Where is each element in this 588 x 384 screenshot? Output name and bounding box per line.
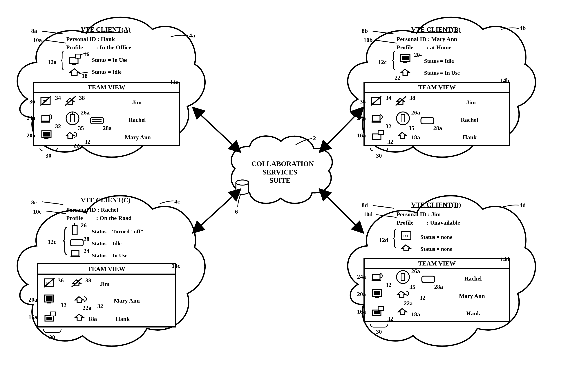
tv-b-row2-name: Rachel xyxy=(461,117,478,123)
ref-38-a: 38 xyxy=(79,95,85,101)
ubrace-c xyxy=(43,329,62,333)
svg-rect-16 xyxy=(71,115,74,122)
c-id: Personal ID : Rachel xyxy=(66,206,118,213)
icon-cellphone-circled xyxy=(65,111,80,126)
svg-rect-51 xyxy=(50,312,56,316)
icon-deskphone-d1 xyxy=(396,289,412,301)
icon-pager-c xyxy=(69,238,85,248)
svg-rect-58 xyxy=(422,276,435,283)
svg-rect-26 xyxy=(403,62,407,63)
ref-8b: 8b xyxy=(362,27,368,34)
icon-laptop-c xyxy=(70,249,84,261)
svg-rect-18 xyxy=(90,117,103,124)
icon-cell-circ-b xyxy=(396,111,410,126)
d-profile: Profile : Unavailable xyxy=(397,219,460,226)
svg-rect-35 xyxy=(373,134,381,140)
ref-18a-b: 18a xyxy=(411,134,420,141)
ref-4a: 4a xyxy=(189,32,195,39)
tv-a-row3-name: Mary Ann xyxy=(125,134,151,141)
tv-d-header: TEAM VIEW xyxy=(365,259,509,269)
svg-rect-37 xyxy=(73,226,77,235)
ref-30-c: 30 xyxy=(49,334,55,341)
tv-a-header: TEAM VIEW xyxy=(34,83,179,93)
ref-12c-b: 12c xyxy=(378,59,387,65)
icon-txt-crossed-c: txt xyxy=(43,277,56,289)
teamview-b: TEAM VIEW xyxy=(363,82,510,146)
ref-10b: 10b xyxy=(363,37,373,43)
icon-deskphone-c2 xyxy=(73,312,88,323)
svg-rect-30 xyxy=(372,116,380,121)
svg-rect-50 xyxy=(46,317,52,320)
d-dev2-status: Status = none xyxy=(420,246,452,252)
ref-18a-c: 18a xyxy=(88,316,97,322)
ref-22a-a: 22a xyxy=(73,142,82,149)
ubrace-d xyxy=(370,324,388,327)
tv-c-row1-name: Jim xyxy=(100,281,110,287)
ref-32-d2: 32 xyxy=(420,294,425,301)
icon-laptop-headset-b xyxy=(371,112,385,126)
icon-deskphone-d2 xyxy=(397,306,411,317)
a-profile: Profile : In the Office xyxy=(66,44,131,51)
svg-rect-31 xyxy=(372,121,381,122)
ref-18a-d: 18a xyxy=(411,311,420,318)
icon-pager-d xyxy=(420,274,437,284)
tv-d-row2-name: Mary Ann xyxy=(459,293,485,299)
svg-rect-6 xyxy=(70,58,78,63)
icon-phone-crossed xyxy=(64,95,79,107)
svg-rect-63 xyxy=(374,311,380,314)
icon-pc-camera xyxy=(68,53,83,66)
center-label-text: COLLABORATIONSERVICES SUITE xyxy=(252,160,314,184)
svg-line-2 xyxy=(195,109,239,150)
tv-c-header: TEAM VIEW xyxy=(38,264,175,275)
teamview-a: TEAM VIEW xyxy=(33,82,180,146)
ref-28a-a: 28a xyxy=(103,125,112,132)
ref-38-c: 38 xyxy=(85,277,91,284)
ref-26: 26 xyxy=(81,222,87,229)
ref-32-a2: 32 xyxy=(84,139,90,145)
ref-2: 2 xyxy=(313,135,316,142)
svg-rect-25 xyxy=(402,56,409,60)
svg-rect-14 xyxy=(41,121,50,122)
icon-pager-a xyxy=(89,116,105,126)
icon-phone-crossed-b xyxy=(395,95,409,107)
ref-32-c2: 32 xyxy=(97,303,103,309)
svg-rect-36 xyxy=(378,130,383,134)
ref-30-a: 30 xyxy=(45,152,51,159)
icon-cell-circ-d xyxy=(396,270,410,284)
ref-14c: 14c xyxy=(172,262,180,269)
ref-20a-d: 20a xyxy=(357,291,366,298)
icon-deskphone-a xyxy=(64,130,79,141)
a-id: Personal ID : Hank xyxy=(66,36,115,42)
svg-rect-48 xyxy=(47,302,51,303)
ref-8c: 8c xyxy=(31,199,37,206)
tv-b-row3-name: Hank xyxy=(462,134,477,141)
tv-c-row3-name: Hank xyxy=(116,316,130,322)
ref-14d: 14d xyxy=(500,256,509,263)
icon-phone-crossed-c xyxy=(71,277,85,289)
d-id: Personal ID : Jim xyxy=(397,211,441,218)
a-dev1-status: Status = In Use xyxy=(92,57,127,63)
icon-deskphone-b xyxy=(397,130,411,141)
ref-32-c1: 32 xyxy=(61,302,66,309)
d-dev1-status: Status = none xyxy=(420,234,452,240)
ref-4b: 4b xyxy=(520,25,526,32)
a-dev2-status: Status = Idle xyxy=(92,69,122,75)
icon-cell-c xyxy=(70,223,81,237)
icon-txt-crossed-b xyxy=(370,95,383,107)
center-label: COLLABORATIONSERVICES SUITE xyxy=(252,160,308,185)
ubrace-a xyxy=(40,148,58,151)
ref-24: 24 xyxy=(84,248,89,254)
ref-12d: 12d xyxy=(379,237,388,243)
icon-monitor-d xyxy=(371,288,385,301)
ref-26a-b: 26a xyxy=(411,109,420,116)
svg-line-4 xyxy=(195,191,239,231)
svg-text:txt: txt xyxy=(403,233,408,238)
icon-txt-d: txt xyxy=(400,230,413,241)
svg-rect-54 xyxy=(372,274,380,280)
brace-d: { xyxy=(392,225,397,250)
ref-32-b2: 32 xyxy=(387,139,393,145)
ref-6: 6 xyxy=(235,208,238,215)
svg-rect-41 xyxy=(70,256,80,257)
c-profile: Profile : On the Road xyxy=(66,215,132,222)
svg-rect-47 xyxy=(46,296,53,301)
